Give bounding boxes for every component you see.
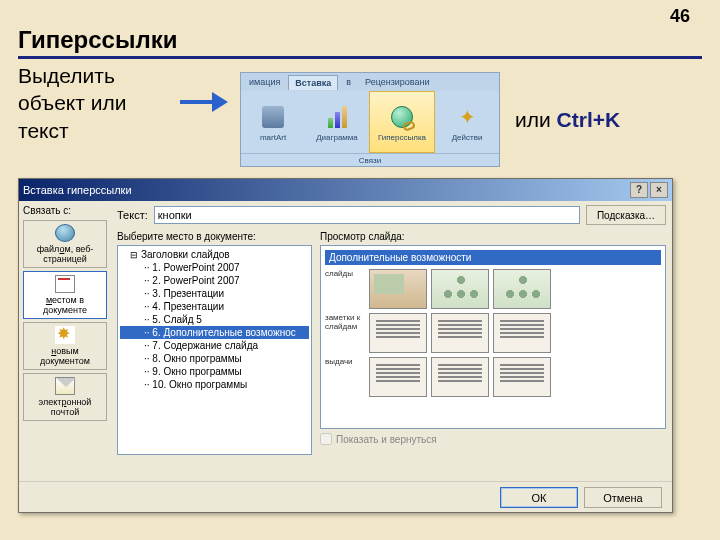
- ribbon: имация Вставка в Рецензировани martArt Д…: [240, 72, 500, 167]
- ribbon-smartart[interactable]: martArt: [241, 91, 305, 153]
- thumbnail-icon: [431, 313, 489, 353]
- smartart-icon: [262, 106, 284, 128]
- sidebar-file-web[interactable]: файлом, веб-страницей: [23, 220, 107, 268]
- ribbon-group-label: Связи: [241, 153, 499, 167]
- ribbon-tab[interactable]: Рецензировани: [359, 75, 436, 89]
- thumbnail-icon: [369, 313, 427, 353]
- tree-item[interactable]: ·· 9. Окно программы: [120, 365, 309, 378]
- slide-preview: Дополнительные возможности слайды заметк…: [320, 245, 666, 429]
- new-icon: [55, 326, 75, 344]
- ribbon-tabs: имация Вставка в Рецензировани: [241, 73, 499, 91]
- ribbon-hyperlink[interactable]: Гиперссылка: [369, 91, 435, 153]
- link-to-label: Связать с:: [23, 205, 107, 216]
- doc-icon: [55, 275, 75, 293]
- thumbnail-icon: [493, 269, 551, 309]
- mail-icon: [55, 377, 75, 395]
- preview-title: Дополнительные возможности: [325, 250, 661, 265]
- thumbnail-icon: [369, 269, 427, 309]
- show-return-checkbox: [320, 433, 332, 445]
- cancel-button[interactable]: Отмена: [584, 487, 662, 508]
- sidebar-email[interactable]: электроннойпочтой: [23, 373, 107, 421]
- tree-item[interactable]: ·· 5. Слайд 5: [120, 313, 309, 326]
- text-input[interactable]: [154, 206, 580, 224]
- dialog-titlebar: Вставка гиперссылки ? ×: [19, 179, 672, 201]
- shortcut-text: или Ctrl+K: [515, 108, 620, 132]
- close-button[interactable]: ×: [650, 182, 668, 198]
- sidebar-new-doc[interactable]: новымдокументом: [23, 322, 107, 370]
- web-icon: [55, 224, 75, 242]
- text-label: Текст:: [117, 209, 148, 221]
- thumbnail-icon: [493, 357, 551, 397]
- ribbon-tab[interactable]: имация: [243, 75, 286, 89]
- arrow-icon: [180, 92, 230, 112]
- slide-tree[interactable]: Заголовки слайдов·· 1. PowerPoint 2007··…: [117, 245, 312, 455]
- ribbon-tab[interactable]: в: [340, 75, 357, 89]
- link-sidebar: Связать с: файлом, веб-страницей местом …: [19, 201, 111, 481]
- star-icon: ✦: [459, 105, 476, 129]
- page-title: Гиперссылки: [18, 26, 177, 54]
- tree-item[interactable]: ·· 4. Презентации: [120, 300, 309, 313]
- ribbon-action[interactable]: ✦ Действи: [435, 91, 499, 153]
- chart-icon: [328, 106, 347, 128]
- instruction-text: Выделитьобъект илитекст: [18, 62, 126, 144]
- thumbnail-icon: [431, 269, 489, 309]
- hyperlink-dialog: Вставка гиперссылки ? × Связать с: файло…: [18, 178, 673, 513]
- tree-item[interactable]: ·· 10. Окно программы: [120, 378, 309, 391]
- tree-item[interactable]: ·· 6. Дополнительные возможнос: [120, 326, 309, 339]
- tree-item[interactable]: ·· 1. PowerPoint 2007: [120, 261, 309, 274]
- thumbnail-icon: [369, 357, 427, 397]
- tree-label: Выберите место в документе:: [117, 231, 312, 242]
- dialog-title: Вставка гиперссылки: [23, 184, 628, 196]
- help-button[interactable]: ?: [630, 182, 648, 198]
- tree-item[interactable]: ·· 8. Окно программы: [120, 352, 309, 365]
- tree-item[interactable]: ·· 2. PowerPoint 2007: [120, 274, 309, 287]
- checkbox-label: Показать и вернуться: [336, 434, 437, 445]
- thumbnail-icon: [493, 313, 551, 353]
- tree-item[interactable]: ·· 7. Содержание слайда: [120, 339, 309, 352]
- tree-item[interactable]: ·· 3. Презентации: [120, 287, 309, 300]
- thumbnail-icon: [431, 357, 489, 397]
- ok-button[interactable]: ОК: [500, 487, 578, 508]
- hint-button[interactable]: Подсказка…: [586, 205, 666, 225]
- title-underline: [18, 56, 702, 59]
- preview-label: Просмотр слайда:: [320, 231, 666, 242]
- pv-handouts-label: выдачи: [325, 357, 365, 397]
- pv-notes-label: заметки к слайдам: [325, 313, 365, 353]
- ribbon-chart[interactable]: Диаграмма: [305, 91, 369, 153]
- pv-slides-label: слайды: [325, 269, 365, 309]
- sidebar-place-in-doc[interactable]: местом вдокументе: [23, 271, 107, 319]
- ribbon-tab-active[interactable]: Вставка: [288, 75, 338, 90]
- globe-icon: [391, 106, 413, 128]
- page-number: 46: [670, 6, 690, 27]
